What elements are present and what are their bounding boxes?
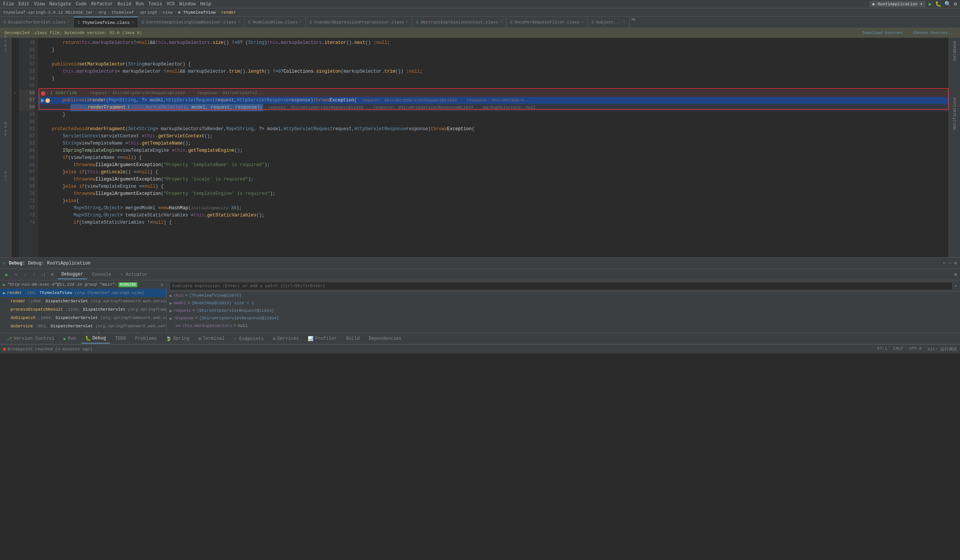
tab-debugger[interactable]: Debugger bbox=[58, 270, 87, 279]
tab-close-dispatcherservlet[interactable]: × bbox=[67, 20, 70, 24]
notifications-tab[interactable]: Notifications bbox=[951, 94, 958, 133]
breadcrumb-jar[interactable]: thymeleaf-spring5-3.0.12.RELEASE.jar bbox=[3, 10, 93, 15]
status-encoding[interactable]: UTF-8 bbox=[909, 346, 922, 352]
var-model[interactable]: ▶ model = {ModelMap@13815} size = 1 bbox=[166, 299, 960, 307]
tab-close-onceper[interactable]: × bbox=[581, 20, 584, 24]
frame-0[interactable]: ▶ render :190, ThymeleafView (org.thymel… bbox=[0, 289, 166, 297]
resume-btn[interactable]: ▶ bbox=[3, 271, 11, 279]
search-btn[interactable]: 🔍 bbox=[944, 1, 951, 7]
version-control-tab[interactable]: ⎇ Version Control bbox=[3, 335, 58, 343]
breadcrumb-class[interactable]: ⊕ ThymeleafView bbox=[178, 10, 216, 15]
frame-5[interactable]: processRequest :1006, FrameworkServlet (… bbox=[0, 330, 166, 333]
gutter-57[interactable] bbox=[11, 97, 19, 104]
tab-contentnegotiating[interactable]: C ContentNegotiatingViewResolver.class × bbox=[138, 17, 245, 28]
tab-close-modelandview[interactable]: × bbox=[299, 20, 302, 24]
status-crlf[interactable]: CRLF bbox=[893, 346, 903, 352]
breadcrumb-method[interactable]: render bbox=[221, 10, 236, 15]
expand-response[interactable]: ▶ bbox=[170, 316, 172, 321]
project-icon[interactable]: Proj bbox=[2, 39, 10, 48]
thread-filter-icon[interactable]: ⊟ bbox=[954, 272, 957, 277]
expand-request[interactable]: ▶ bbox=[170, 308, 172, 313]
eval-expand-btn[interactable]: ▾ bbox=[954, 283, 957, 288]
more-tabs-btn[interactable]: ≫ bbox=[631, 17, 636, 28]
menu-edit[interactable]: Edit bbox=[19, 2, 30, 7]
tab-subject[interactable]: C Subject... × bbox=[588, 17, 630, 28]
eval-input[interactable] bbox=[170, 282, 953, 290]
tab-close-thymeleafview[interactable]: × bbox=[131, 21, 134, 25]
status-git[interactable]: Git: 运行调试 bbox=[928, 346, 957, 352]
breadcrumb-spring5[interactable]: spring5 bbox=[140, 10, 157, 15]
var-response[interactable]: ▶ response = {ShiroHttpServletResponse@1… bbox=[166, 314, 960, 322]
tab-dispatcherservlet[interactable]: C DispatcherServlet.class × bbox=[0, 17, 74, 28]
database-tab[interactable]: Database bbox=[951, 38, 958, 64]
problems-tab[interactable]: Problems bbox=[131, 335, 161, 343]
frame-1[interactable]: render :1400, DispatcherServlet (org.spr… bbox=[0, 297, 166, 305]
tab-abstractexpression[interactable]: C AbstractExpressionContext.class × bbox=[412, 17, 506, 28]
status-position[interactable]: 57:1 bbox=[877, 346, 887, 352]
evaluate-btn[interactable]: ⊞ bbox=[48, 271, 56, 279]
build-tab[interactable]: Build bbox=[342, 335, 363, 343]
close-debug-btn[interactable]: × bbox=[942, 261, 945, 266]
run-btn[interactable]: ▶ bbox=[929, 1, 931, 7]
breadcrumb-thymeleaf[interactable]: thymeleaf bbox=[112, 10, 134, 15]
run-config[interactable]: ▶ RuoYiApplication ▾ bbox=[870, 1, 926, 7]
tab-thymeleafview[interactable]: C ThymeleafView.class × bbox=[74, 17, 138, 28]
tab-close-contentnegotiating[interactable]: × bbox=[238, 20, 240, 24]
dependencies-tab[interactable]: Dependencies bbox=[365, 335, 405, 343]
tab-modelandview[interactable]: C ModelAndView.class × bbox=[245, 17, 306, 28]
code-content[interactable]: return this . markupSelectors != null &&… bbox=[38, 38, 949, 257]
frame-3[interactable]: doDispatch :1084, DispatcherServlet (org… bbox=[0, 314, 166, 322]
spring-tab[interactable]: 🍃 Spring bbox=[162, 335, 193, 343]
expand-model[interactable]: ▶ bbox=[170, 301, 172, 306]
breakpoint-yellow-57[interactable] bbox=[45, 98, 50, 103]
bookmarks-icon[interactable]: Book bbox=[2, 125, 10, 133]
step-out-btn[interactable]: ↑ bbox=[30, 271, 38, 279]
services-tab[interactable]: ⚙ Services bbox=[269, 335, 303, 343]
menu-tools[interactable]: Tools bbox=[149, 2, 162, 7]
var-this[interactable]: ▶ this = {ThymeleafView@13875} bbox=[166, 292, 960, 299]
menu-navigate[interactable]: Navigate bbox=[49, 2, 71, 7]
tab-console[interactable]: Console bbox=[89, 271, 115, 279]
profiler-tab[interactable]: 📊 Profiler bbox=[304, 335, 341, 343]
breadcrumb-org[interactable]: org bbox=[98, 10, 106, 15]
minimize-debug-btn[interactable]: — bbox=[949, 261, 951, 266]
tab-onceper[interactable]: C OncePerRequestFilter.class × bbox=[507, 17, 588, 28]
download-sources-btn[interactable]: Download Sources bbox=[862, 31, 902, 35]
debug-btn[interactable]: 🐛 bbox=[935, 1, 941, 7]
tab-actuator[interactable]: ⚡ Actuator bbox=[117, 270, 151, 279]
choose-sources-btn[interactable]: Choose Sources... bbox=[913, 31, 955, 35]
menu-build[interactable]: Build bbox=[117, 2, 131, 7]
tab-close-standardexpression[interactable]: × bbox=[406, 20, 408, 24]
var-request[interactable]: ▶ request = {ShiroHttpServletRequest@119… bbox=[166, 307, 960, 314]
menu-vcs[interactable]: VCS bbox=[166, 2, 175, 7]
run-tab[interactable]: ▶ Run bbox=[60, 335, 80, 343]
settings-btn[interactable]: ⚙ bbox=[954, 1, 957, 7]
settings-debug-btn[interactable]: ⚙ bbox=[954, 260, 957, 266]
menu-window[interactable]: Window bbox=[179, 2, 196, 7]
tab-close-subject[interactable]: × bbox=[623, 20, 626, 24]
structure-icon[interactable]: Str bbox=[2, 172, 10, 181]
breadcrumb-view[interactable]: view bbox=[163, 10, 173, 15]
tab-standardexpression[interactable]: C StandardExpressionPreprocessor.class × bbox=[306, 17, 412, 28]
endpoints-tab[interactable]: ⚡ Endpoints bbox=[230, 335, 267, 343]
todo-tab[interactable]: TODO bbox=[111, 335, 130, 343]
gutter-56[interactable]: ↑ bbox=[11, 90, 19, 97]
debug-tab-bottom[interactable]: 🐛 Debug bbox=[82, 334, 110, 343]
menu-file[interactable]: File bbox=[3, 2, 14, 7]
filter-thread-icon[interactable]: ⊟ bbox=[160, 282, 163, 287]
menu-view[interactable]: View bbox=[34, 2, 45, 7]
step-over-btn[interactable]: ↷ bbox=[12, 271, 20, 279]
tab-close-abstractexpression[interactable]: × bbox=[500, 20, 502, 24]
breakpoint-dot-56[interactable] bbox=[41, 91, 45, 96]
step-into-btn[interactable]: ↓ bbox=[21, 271, 29, 279]
override-icon-56[interactable]: ↑ bbox=[14, 92, 16, 95]
menu-code[interactable]: Code bbox=[76, 2, 87, 7]
menu-run[interactable]: Run bbox=[136, 2, 144, 7]
frame-2[interactable]: processDispatchResult :1145, DispatcherS… bbox=[0, 305, 166, 314]
expand-this[interactable]: ▶ bbox=[170, 293, 172, 298]
var-markupselectors[interactable]: ∞∞ this.markupSelectors = null bbox=[166, 322, 960, 330]
run-cursor-btn[interactable]: →| bbox=[39, 271, 47, 279]
terminal-tab[interactable]: ⊞ Terminal bbox=[195, 335, 229, 343]
menu-refactor[interactable]: Refactor bbox=[91, 2, 113, 7]
frame-4[interactable]: doService :963, DispatcherServlet (org.s… bbox=[0, 322, 166, 330]
